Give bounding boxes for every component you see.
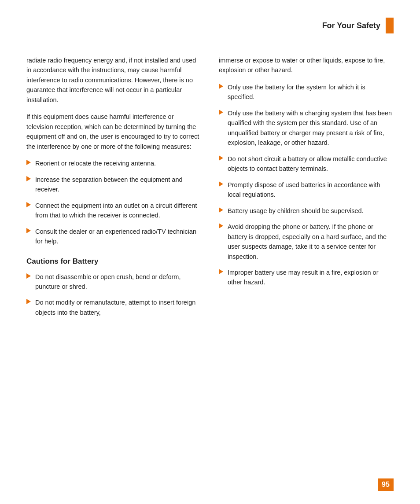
bullet-text: Only use the battery with a charging sys… bbox=[228, 108, 394, 148]
page-number: 95 bbox=[378, 478, 394, 491]
list-item: Improper battery use may result in a fir… bbox=[219, 268, 394, 287]
left-paragraph-2: If this equipment does cause harmful int… bbox=[26, 112, 201, 151]
list-item: Connect the equipment into an outlet on … bbox=[26, 201, 201, 221]
bullet-arrow-icon bbox=[26, 299, 31, 304]
list-item: Promptly dispose of used batteries in ac… bbox=[219, 180, 394, 200]
bullet-text: Do not disassemble or open crush, bend o… bbox=[35, 272, 201, 292]
interference-bullet-list: Reorient or relocate the receiving anten… bbox=[26, 158, 201, 246]
list-item: Consult the dealer or an experienced rad… bbox=[26, 227, 201, 246]
right-intro-text: immerse or expose to water or other liqu… bbox=[219, 55, 394, 75]
bullet-text: Battery usage by children should be supe… bbox=[228, 206, 394, 216]
bullet-arrow-icon bbox=[26, 160, 31, 165]
left-paragraph-1: radiate radio frequency energy and, if n… bbox=[26, 55, 201, 105]
bullet-arrow-icon bbox=[26, 176, 31, 181]
right-column: immerse or expose to water or other liqu… bbox=[219, 55, 394, 324]
list-item: Increase the separation between the equi… bbox=[26, 175, 201, 195]
bullet-text: Promptly dispose of used batteries in ac… bbox=[228, 180, 394, 200]
cautions-bullet-list: Do not disassemble or open crush, bend o… bbox=[26, 272, 201, 318]
list-item: Do not disassemble or open crush, bend o… bbox=[26, 272, 201, 292]
list-item: Only use the battery for the system for … bbox=[219, 82, 394, 102]
left-column: radiate radio frequency energy and, if n… bbox=[26, 55, 201, 324]
bullet-text: Do not short circuit a battery or allow … bbox=[228, 154, 394, 174]
cautions-section-heading: Cautions for Battery bbox=[26, 257, 201, 266]
bullet-text: Connect the equipment into an outlet on … bbox=[35, 201, 201, 221]
list-item: Avoid dropping the phone or battery. If … bbox=[219, 222, 394, 261]
bullet-arrow-icon bbox=[26, 228, 31, 233]
bullet-arrow-icon bbox=[26, 273, 31, 279]
bullet-arrow-icon bbox=[219, 223, 223, 228]
page-container: For Your Safety radiate radio frequency … bbox=[0, 0, 420, 504]
bullet-arrow-icon bbox=[219, 84, 223, 89]
bullet-text: Do not modify or remanufacture, attempt … bbox=[35, 298, 201, 317]
bullet-text: Increase the separation between the equi… bbox=[35, 175, 201, 195]
bullet-arrow-icon bbox=[219, 269, 223, 274]
bullet-arrow-icon bbox=[26, 202, 31, 207]
list-item: Battery usage by children should be supe… bbox=[219, 206, 394, 216]
bullet-text: Reorient or relocate the receiving anten… bbox=[35, 158, 201, 168]
list-item: Only use the battery with a charging sys… bbox=[219, 108, 394, 148]
bullet-text: Only use the battery for the system for … bbox=[228, 82, 394, 102]
list-item: Do not short circuit a battery or allow … bbox=[219, 154, 394, 174]
page-title: For Your Safety bbox=[322, 21, 380, 30]
list-item: Reorient or relocate the receiving anten… bbox=[26, 158, 201, 168]
bullet-arrow-icon bbox=[219, 110, 223, 115]
right-bullet-list: Only use the battery for the system for … bbox=[219, 82, 394, 287]
list-item: Do not modify or remanufacture, attempt … bbox=[26, 298, 201, 317]
orange-accent-bar bbox=[386, 18, 394, 33]
bullet-arrow-icon bbox=[219, 207, 223, 213]
content-columns: radiate radio frequency energy and, if n… bbox=[26, 55, 394, 324]
page-header: For Your Safety bbox=[26, 18, 394, 33]
bullet-text: Improper battery use may result in a fir… bbox=[228, 268, 394, 287]
bullet-text: Avoid dropping the phone or battery. If … bbox=[228, 222, 394, 261]
bullet-text: Consult the dealer or an experienced rad… bbox=[35, 227, 201, 246]
page-number-container: 95 bbox=[378, 478, 394, 491]
bullet-arrow-icon bbox=[219, 155, 223, 161]
bullet-arrow-icon bbox=[219, 181, 223, 187]
